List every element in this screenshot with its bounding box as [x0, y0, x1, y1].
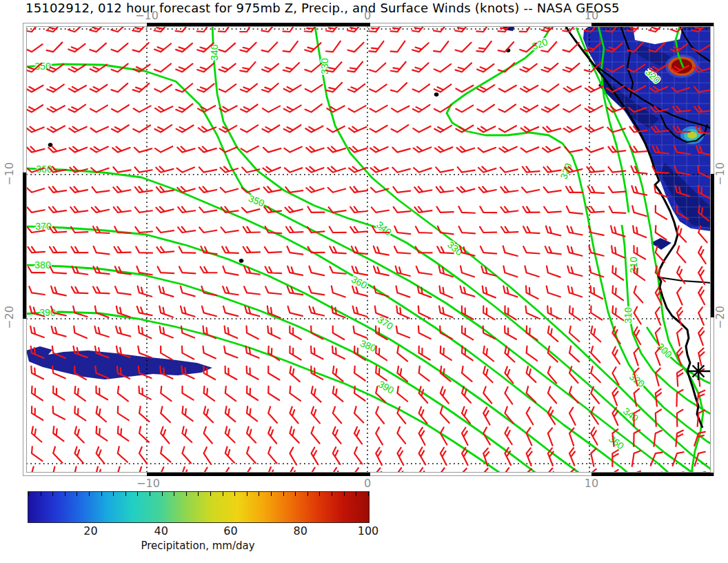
precipitation-colorbar — [28, 491, 370, 523]
colorbar-tick-label: 20 — [83, 524, 97, 537]
contour-label: 340 — [621, 405, 640, 424]
colorbar-tick-label: 100 — [358, 524, 379, 537]
contour-label: 380 — [358, 337, 378, 354]
colorbar-caption: Precipitation, mm/day — [141, 540, 254, 552]
island-dot — [434, 93, 438, 97]
precip-shading-layer — [26, 23, 711, 379]
colorbar-tick-label: 60 — [223, 524, 237, 537]
contour-390 — [23, 312, 503, 476]
colorbar-tick-label: 40 — [154, 524, 168, 537]
contour-360 — [23, 168, 631, 476]
weather-map-figure: 15102912, 012 hour forecast for 975mb Z,… — [0, 0, 728, 563]
contour-label: 310 — [623, 307, 634, 324]
map-content-layer: 3503503403403403303303203203203603603603… — [23, 17, 713, 488]
moderate-cell — [687, 132, 697, 139]
contour-label: 330 — [319, 58, 330, 75]
contour-label: 320 — [530, 36, 549, 52]
contour-label: 350 — [247, 192, 266, 209]
contour-370 — [23, 226, 583, 476]
contour-label: 380 — [34, 259, 51, 270]
colorbar-tick-label: 80 — [294, 524, 307, 537]
map-plot: 3503503403403403303303203203203603603603… — [0, 0, 728, 563]
contour-label: 330 — [445, 239, 465, 257]
colorbar-tick-marks — [28, 492, 369, 496]
island-dot — [239, 259, 243, 263]
